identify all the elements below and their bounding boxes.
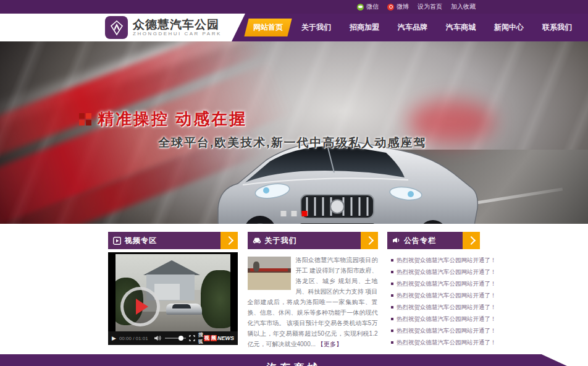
hero-caption: 精准操控 动感在握 全球平台,欧美技术,新一代中高级私人动感座驾 <box>79 108 427 151</box>
notice-item[interactable]: 热烈祝贺众德慧汽车公园网站开通了！ <box>391 327 480 334</box>
bullet-icon <box>391 294 393 297</box>
notice-item[interactable]: 热烈祝贺众德慧汽车公园网站开通了！ <box>391 292 480 299</box>
hero-headline: 精准操控 动感在握 <box>98 108 247 130</box>
logo-title: 众德慧汽车公园 <box>133 18 222 31</box>
weibo-icon <box>387 4 394 11</box>
notice-more-arrow-button[interactable] <box>463 232 480 249</box>
nav-item-about[interactable]: 关于我们 <box>295 19 338 36</box>
logo[interactable]: 众德慧汽车公园 ZHONGDEHUI CAR PARK <box>105 16 222 39</box>
hero-banner: 精准操控 动感在握 全球平台,欧美技术,新一代中高级私人动感座驾 <box>0 41 588 224</box>
topbar-links: 微信 微博 设为首页 加入收藏 <box>357 0 476 14</box>
page: 微信 微博 设为首页 加入收藏 众德慧汽车公园 <box>0 0 588 366</box>
video-time: 00:00 / 01:01 <box>119 336 148 341</box>
topbar: 微信 微博 设为首页 加入收藏 <box>0 0 588 14</box>
notice-panel-header: 公告专栏 <box>387 232 480 249</box>
bullet-icon <box>391 283 393 285</box>
bullet-icon <box>391 306 393 309</box>
content-panels: 视频专区 ▶ 00:00 / 01:01 <box>108 232 480 351</box>
wechat-label[interactable]: 微信 <box>366 2 379 11</box>
red-squares-icon <box>79 113 91 126</box>
volume-icon[interactable] <box>154 333 162 344</box>
about-photo <box>248 257 291 290</box>
bullet-icon <box>391 259 393 262</box>
about-panel-header: 关于我们 <box>248 232 378 249</box>
hero-subline: 全球平台,欧美技术,新一代中高级私人动感座驾 <box>158 135 427 151</box>
car-icon <box>253 237 261 244</box>
about-more-link[interactable]: 【更多】 <box>317 341 342 347</box>
about-panel-title: 关于我们 <box>265 236 297 246</box>
video-play-control[interactable]: ▶ <box>112 336 116 341</box>
notice-list: 热烈祝贺众德慧汽车公园网站开通了！ 热烈祝贺众德慧汽车公园网站开通了！ 热烈祝贺… <box>387 257 480 351</box>
weibo-label[interactable]: 微博 <box>397 2 409 11</box>
sohu-video-logo: 搜狐 视 频 NEWS <box>198 331 234 345</box>
video-panel-title: 视频专区 <box>125 236 157 246</box>
nav-item-mall[interactable]: 汽车商城 <box>439 19 482 36</box>
video-thumb-car <box>166 304 202 315</box>
nav-item-contact[interactable]: 联系我们 <box>536 19 579 36</box>
notice-panel: 公告专栏 热烈祝贺众德慧汽车公园网站开通了！ 热烈祝贺众德慧汽车公园网站开通了！… <box>387 232 480 351</box>
nav-item-news[interactable]: 新闻中心 <box>487 19 531 36</box>
video-controls: ▶ 00:00 / 01:01 搜狐 视 频 NEWS <box>108 331 238 345</box>
notice-item[interactable]: 热烈祝贺众德慧汽车公园网站开通了！ <box>391 304 480 311</box>
nav-item-home[interactable]: 网站首页 <box>244 19 292 36</box>
bullet-icon <box>391 341 393 344</box>
footer-section-banner: 汽车商城 <box>0 354 567 366</box>
megaphone-icon <box>392 237 400 244</box>
fullscreen-icon[interactable] <box>189 333 195 344</box>
video-thumb-roof <box>143 260 200 275</box>
slider-dot-1[interactable] <box>281 211 287 216</box>
logo-lotus-icon <box>105 16 128 39</box>
video-thumb-bush <box>201 270 230 328</box>
slider-pagination <box>281 211 308 216</box>
about-body: 洛阳众德慧汽车物流园项目的开工 建设得到了洛阳市政府、洛龙区、城乡 规划局、土地… <box>248 255 378 349</box>
volume-slider-handle[interactable] <box>178 336 183 341</box>
video-panel: 视频专区 ▶ 00:00 / 01:01 <box>108 232 238 351</box>
nav-item-join[interactable]: 招商加盟 <box>343 19 386 36</box>
wechat-icon <box>357 4 364 11</box>
add-favorites-link[interactable]: 加入收藏 <box>451 2 476 11</box>
video-player: ▶ 00:00 / 01:01 搜狐 视 频 NEWS <box>108 252 238 345</box>
notice-item[interactable]: 热烈祝贺众德慧汽车公园网站开通了！ <box>391 339 480 346</box>
volume-slider[interactable] <box>165 338 186 339</box>
video-more-arrow-button[interactable] <box>220 232 238 249</box>
header: 众德慧汽车公园 ZHONGDEHUI CAR PARK 网站首页 关于我们 招商… <box>0 14 588 41</box>
notice-item[interactable]: 热烈祝贺众德慧汽车公园网站开通了！ <box>391 268 480 276</box>
about-more-arrow-button[interactable] <box>361 232 378 249</box>
video-icon <box>113 237 121 245</box>
slider-dot-3-active[interactable] <box>302 211 308 216</box>
notice-item[interactable]: 热烈祝贺众德慧汽车公园网站开通了！ <box>391 315 480 323</box>
about-panel: 关于我们 洛阳众德慧汽车物流园项目的开工 建设得到了洛阳市政府、洛龙区、城乡 规… <box>248 232 378 351</box>
notice-panel-title: 公告专栏 <box>404 236 436 246</box>
weibo-link[interactable]: 微博 <box>387 2 409 11</box>
set-homepage-link[interactable]: 设为首页 <box>418 2 442 11</box>
footer-section-title: 汽车商城 <box>267 362 321 366</box>
nav-item-brands[interactable]: 汽车品牌 <box>391 19 434 36</box>
wechat-link[interactable]: 微信 <box>357 2 379 11</box>
main-nav: 网站首页 关于我们 招商加盟 汽车品牌 汽车商城 新闻中心 联系我们 <box>232 14 588 41</box>
logo-subtitle: ZHONGDEHUI CAR PARK <box>133 31 222 37</box>
notice-item[interactable]: 热烈祝贺众德慧汽车公园网站开通了！ <box>391 280 480 287</box>
bullet-icon <box>391 271 393 273</box>
video-big-play-button[interactable] <box>120 287 160 326</box>
bullet-icon <box>391 318 393 320</box>
video-thumb-garage <box>154 284 180 300</box>
bullet-icon <box>391 330 393 332</box>
slider-dot-2[interactable] <box>292 211 297 216</box>
video-panel-header: 视频专区 <box>108 232 238 249</box>
video-thumbnail[interactable] <box>116 254 230 331</box>
notice-item[interactable]: 热烈祝贺众德慧汽车公园网站开通了！ <box>391 257 480 264</box>
